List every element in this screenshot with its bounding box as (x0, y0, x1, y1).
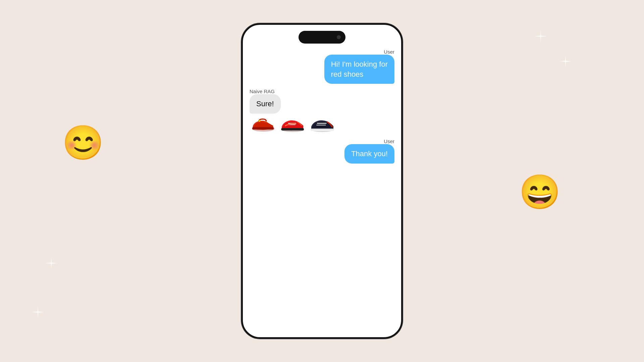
bubble-rag-sure: Sure! (250, 94, 281, 114)
chat-area: User Hi! I'm looking forred shoes Naive … (243, 44, 401, 337)
message-row-1: User Hi! I'm looking forred shoes (250, 49, 394, 84)
message-row-user-2: User Thank you! (250, 138, 394, 164)
svg-rect-4 (281, 128, 304, 130)
sender-label-user-1: User (384, 49, 394, 55)
shoes-row (250, 114, 336, 134)
phone-camera-dot (337, 35, 341, 39)
bubble-user-1: Hi! I'm looking forred shoes (324, 55, 394, 84)
phone-notch (299, 31, 345, 44)
emoji-left: 😊 (62, 126, 104, 159)
shoe-3 (309, 114, 336, 134)
sparkle-decoration-3 (45, 257, 55, 266)
sparkle-decoration-4 (32, 306, 39, 313)
message-row-rag: Naive RAG Sure! (250, 88, 394, 134)
sparkle-decoration-1 (535, 30, 547, 42)
sender-label-rag: Naive RAG (250, 88, 275, 94)
svg-rect-9 (311, 129, 334, 130)
sparkle-decoration-2 (559, 55, 567, 63)
svg-rect-1 (252, 127, 274, 129)
phone-notch-bar (243, 25, 401, 44)
shoe-2 (279, 114, 307, 134)
bubble-thank-you: Thank you! (344, 144, 394, 164)
sender-label-user-2: User (384, 138, 394, 144)
emoji-right: 😄 (519, 175, 561, 208)
svg-point-2 (259, 120, 260, 122)
phone-frame: User Hi! I'm looking forred shoes Naive … (241, 23, 402, 339)
shoe-1 (250, 114, 277, 134)
